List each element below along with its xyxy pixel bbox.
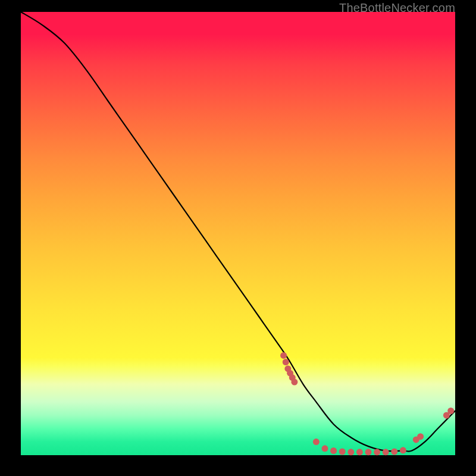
data-point-marker <box>391 449 397 455</box>
data-point-marker <box>447 408 454 414</box>
marker-layer <box>280 352 454 455</box>
data-point-marker <box>365 449 372 455</box>
data-point-marker <box>283 359 289 365</box>
data-point-marker <box>322 445 328 452</box>
data-point-marker <box>356 449 363 455</box>
plot-area <box>21 12 455 455</box>
data-point-marker <box>330 447 337 454</box>
chart-frame: TheBottleNecker.com <box>0 0 476 476</box>
data-point-marker <box>339 449 346 455</box>
data-point-marker <box>417 433 424 440</box>
chart-svg <box>21 12 455 455</box>
data-point-marker <box>400 447 406 453</box>
data-point-marker <box>347 449 354 455</box>
data-point-marker <box>313 439 320 445</box>
data-point-marker <box>291 379 298 386</box>
data-point-marker <box>374 449 380 455</box>
bottleneck-curve-line <box>21 12 455 452</box>
data-point-marker <box>383 449 389 455</box>
data-point-marker <box>280 352 287 359</box>
